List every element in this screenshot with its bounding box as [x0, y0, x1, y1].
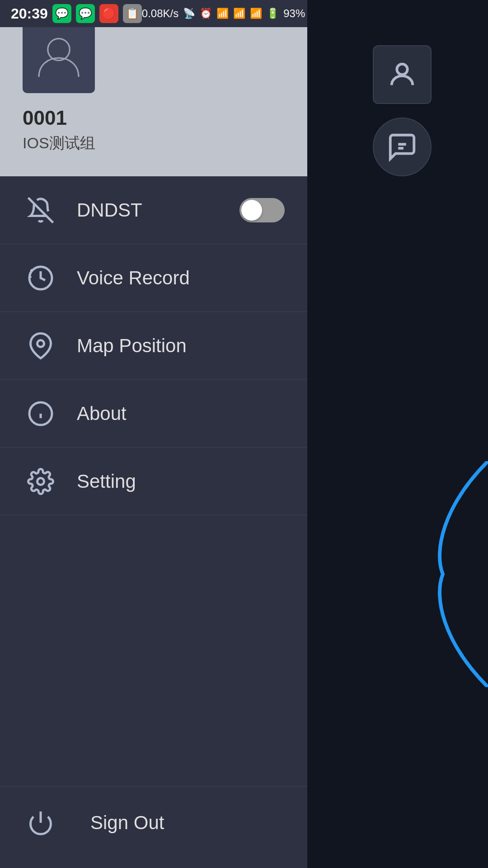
svg-point-0: [397, 64, 407, 75]
status-left: 20:39 💬 💬 🔴 📋: [11, 4, 142, 23]
status-right: 0.08K/s 📡 ⏰ 📶 📶 📶 🔋 93%: [142, 7, 305, 20]
about-label: About: [77, 403, 285, 425]
bell-off-icon: [23, 192, 59, 228]
info-icon: [23, 396, 59, 432]
signal-icon: 📶: [233, 8, 245, 19]
wechat2-icon: 💬: [76, 4, 95, 23]
menu-item-voice-record[interactable]: Voice Record: [0, 244, 307, 312]
menu-item-map-position[interactable]: Map Position: [0, 312, 307, 380]
blue-curve-decoration: [398, 461, 488, 687]
menu-item-setting[interactable]: Setting: [0, 448, 307, 515]
main-container: 20:39 💬 💬 🔴 📋 0.08K/s 📡 ⏰ 📶 📶 📶 🔋 93%: [0, 0, 488, 868]
hd-icon: 📡: [183, 8, 195, 19]
power-icon: [23, 805, 59, 841]
right-panel: [316, 27, 488, 868]
sign-out-button[interactable]: Sign Out: [0, 786, 307, 868]
svg-point-10: [38, 478, 44, 485]
app4-icon: 📋: [123, 4, 142, 23]
wifi-icon: 📶: [216, 8, 229, 19]
dndst-toggle[interactable]: [239, 198, 285, 222]
right-avatar-button[interactable]: [373, 45, 432, 104]
voice-record-label: Voice Record: [77, 267, 285, 289]
menu-item-dndst[interactable]: DNDST: [0, 176, 307, 244]
status-bar: 20:39 💬 💬 🔴 📋 0.08K/s 📡 ⏰ 📶 📶 📶 🔋 93%: [0, 0, 307, 27]
alarm-icon: ⏰: [200, 8, 212, 19]
map-position-label: Map Position: [77, 335, 285, 357]
dndst-label: DNDST: [77, 199, 239, 221]
toggle-knob: [241, 200, 262, 221]
signal2-icon: 📶: [250, 8, 262, 19]
battery-percent: 93%: [283, 7, 305, 20]
profile-group: IOS测试组: [23, 133, 285, 154]
drawer: 0001 IOS测试组 DNDST: [0, 0, 307, 868]
avatar-image: [34, 32, 84, 82]
avatar-box: [23, 21, 95, 93]
menu-item-about[interactable]: About: [0, 380, 307, 448]
svg-point-3: [48, 38, 70, 60]
app3-icon: 🔴: [99, 4, 118, 23]
network-speed: 0.08K/s: [142, 7, 178, 20]
menu-list: DNDST Voice Record: [0, 176, 307, 786]
svg-point-6: [38, 340, 44, 347]
map-pin-icon: [23, 328, 59, 364]
setting-label: Setting: [77, 471, 285, 492]
clock-icon: [23, 260, 59, 296]
wechat-icon: 💬: [52, 4, 71, 23]
gear-icon: [23, 463, 59, 500]
svg-line-4: [28, 198, 53, 222]
battery-icon: 🔋: [267, 8, 279, 19]
profile-id: 0001: [23, 107, 285, 129]
right-chat-button[interactable]: [373, 118, 432, 176]
sign-out-label: Sign Out: [90, 812, 164, 834]
time-display: 20:39: [11, 5, 48, 22]
